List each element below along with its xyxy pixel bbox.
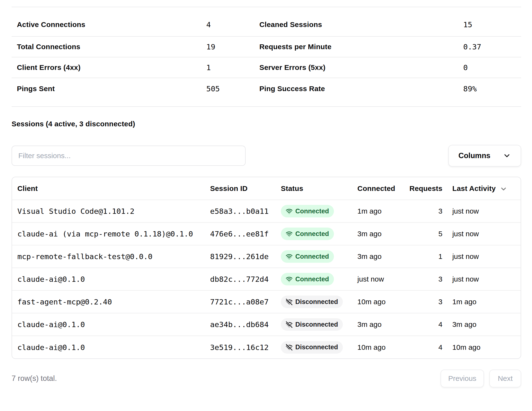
client-cell: claude-ai (via mcp-remote 0.1.18)@0.1.0 (12, 222, 208, 245)
stat-label: Ping Success Rate (259, 85, 463, 93)
stats-row: Active Connections 4 Cleaned Sessions 15 (12, 7, 521, 37)
stat-label: Server Errors (5xx) (259, 64, 463, 72)
requests-cell: 3 (405, 268, 444, 291)
requests-cell: 1 (405, 245, 444, 268)
connected-cell: 1m ago (352, 200, 404, 222)
session-row: claude-ai@0.1.0 ae34b...db684 Disconnect… (12, 313, 521, 336)
client-cell: claude-ai@0.1.0 (12, 268, 208, 291)
last-activity-cell: 10m ago (444, 336, 521, 358)
session-row: mcp-remote-fallback-test@0.0.0 81929...2… (12, 245, 521, 268)
stat-label: Requests per Minute (259, 43, 463, 51)
chevron-down-icon (503, 152, 511, 160)
status-badge: Disconnected (281, 295, 343, 308)
previous-page-button[interactable]: Previous (441, 370, 484, 387)
status-badge: Disconnected (281, 341, 343, 354)
stat-label: Active Connections (12, 20, 201, 29)
connected-cell: 3m ago (352, 222, 404, 245)
session-row: fast-agent-mcp@0.2.40 7721c...a08e7 Disc… (12, 291, 521, 313)
wifi-off-icon (286, 344, 293, 351)
status-badge: Connected (281, 273, 334, 285)
session-row: claude-ai (via mcp-remote 0.1.18)@0.1.0 … (12, 222, 521, 245)
status-badge: Connected (281, 250, 334, 263)
pagination: Previous Next (441, 370, 521, 387)
rows-total-text: 7 row(s) total. (12, 374, 57, 383)
session-id-cell: 476e6...ee81f (208, 222, 276, 245)
col-header-requests: Requests (405, 177, 444, 200)
wifi-icon (286, 253, 293, 260)
requests-cell: 4 (405, 313, 444, 336)
last-activity-cell: just now (444, 222, 521, 245)
last-activity-cell: 3m ago (444, 313, 521, 336)
stats-row: Pings Sent 505 Ping Success Rate 89% (12, 78, 521, 107)
last-activity-cell: just now (444, 245, 521, 268)
stat-value: 0 (463, 63, 521, 72)
wifi-icon (286, 230, 293, 237)
next-page-button[interactable]: Next (489, 370, 521, 387)
connected-cell: just now (352, 268, 404, 291)
requests-cell: 5 (405, 222, 444, 245)
stat-label: Cleaned Sessions (259, 20, 463, 29)
session-row: claude-ai@0.1.0 3e519...16c12 Disconnect… (12, 336, 521, 358)
columns-button[interactable]: Columns (448, 145, 521, 167)
stat-value: 505 (201, 84, 259, 93)
connected-cell: 3m ago (352, 313, 404, 336)
sessions-heading: Sessions (4 active, 3 disconnected) (12, 120, 521, 128)
dashboard-page: Active Connections 4 Cleaned Sessions 15… (0, 0, 532, 387)
wifi-off-icon (286, 321, 293, 328)
session-row: claude-ai@0.1.0 db82c...772d4 Connected … (12, 268, 521, 291)
session-id-cell: 3e519...16c12 (208, 336, 276, 358)
session-id-cell: 81929...261de (208, 245, 276, 268)
col-header-client: Client (12, 177, 208, 200)
wifi-icon (286, 208, 293, 215)
last-activity-cell: just now (444, 200, 521, 222)
stat-label: Pings Sent (12, 85, 201, 93)
col-header-status: Status (276, 177, 352, 200)
table-header-row: Client Session ID Status Connected Reque… (12, 177, 521, 200)
sessions-table: Client Session ID Status Connected Reque… (12, 177, 521, 358)
stat-value: 89% (463, 84, 521, 93)
client-cell: Visual Studio Code@1.101.2 (12, 200, 208, 222)
stats-table: Active Connections 4 Cleaned Sessions 15… (12, 7, 521, 107)
stat-label: Client Errors (4xx) (12, 64, 201, 72)
col-header-last-activity-label: Last Activity (452, 184, 496, 193)
client-cell: claude-ai@0.1.0 (12, 336, 208, 358)
table-footer: 7 row(s) total. Previous Next (12, 370, 521, 387)
col-header-last-activity-sort[interactable]: Last Activity (452, 184, 507, 193)
connected-cell: 10m ago (352, 336, 404, 358)
stat-value: 19 (201, 42, 259, 51)
col-header-session-id: Session ID (208, 177, 276, 200)
wifi-icon (286, 276, 293, 283)
stat-value: 4 (201, 20, 259, 29)
session-row: Visual Studio Code@1.101.2 e58a3...b0a11… (12, 200, 521, 222)
columns-button-label: Columns (458, 151, 491, 160)
client-cell: mcp-remote-fallback-test@0.0.0 (12, 245, 208, 268)
stat-value: 1 (201, 63, 259, 72)
status-badge: Connected (281, 205, 334, 218)
requests-cell: 4 (405, 336, 444, 358)
client-cell: claude-ai@0.1.0 (12, 313, 208, 336)
session-id-cell: ae34b...db684 (208, 313, 276, 336)
session-id-cell: e58a3...b0a11 (208, 200, 276, 222)
connected-cell: 10m ago (352, 291, 404, 313)
stat-value: 0.37 (463, 42, 521, 51)
session-id-cell: db82c...772d4 (208, 268, 276, 291)
col-header-connected: Connected (352, 177, 404, 200)
requests-cell: 3 (405, 200, 444, 222)
sessions-toolbar: Columns (12, 145, 521, 167)
stats-row: Client Errors (4xx) 1 Server Errors (5xx… (12, 57, 521, 78)
stats-row: Total Connections 19 Requests per Minute… (12, 37, 521, 57)
session-id-cell: 7721c...a08e7 (208, 291, 276, 313)
stat-label: Total Connections (12, 43, 201, 51)
sort-chevron-down-icon (500, 184, 507, 193)
sessions-table-card: Client Session ID Status Connected Reque… (12, 177, 521, 359)
status-badge: Disconnected (281, 318, 343, 331)
last-activity-cell: 1m ago (444, 291, 521, 313)
client-cell: fast-agent-mcp@0.2.40 (12, 291, 208, 313)
filter-sessions-input[interactable] (12, 146, 246, 166)
stat-value: 15 (463, 20, 521, 29)
connected-cell: 3m ago (352, 245, 404, 268)
last-activity-cell: just now (444, 268, 521, 291)
status-badge: Connected (281, 228, 334, 240)
requests-cell: 3 (405, 291, 444, 313)
wifi-off-icon (286, 298, 293, 305)
